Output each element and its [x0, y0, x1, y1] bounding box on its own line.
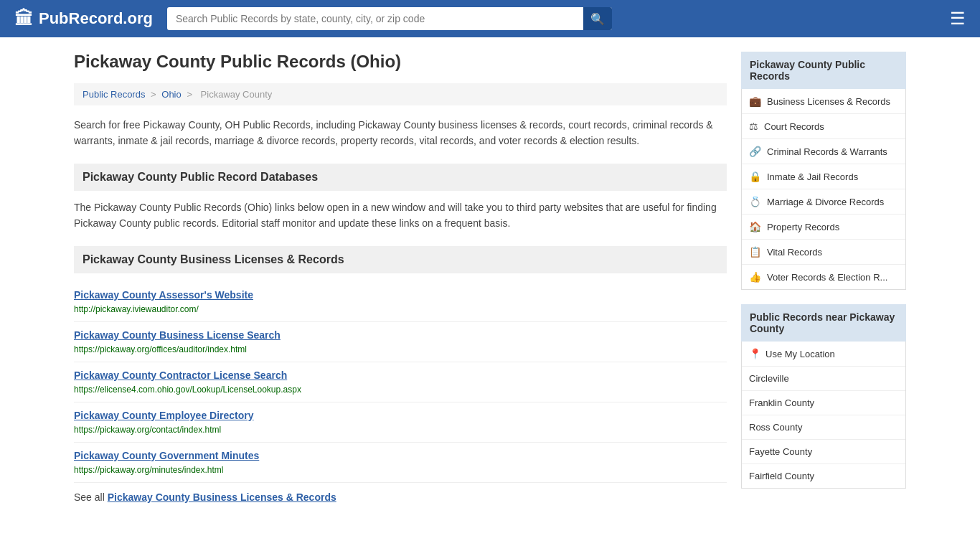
sidebar: Pickaway County Public Records 💼Business…: [741, 52, 906, 503]
record-link-url-0: http://pickaway.iviewauditor.com/: [74, 304, 199, 314]
logo-text: PubRecord.org: [39, 9, 153, 28]
sidebar-record-item-3[interactable]: 🔒Inmate & Jail Records: [742, 164, 905, 189]
record-link-title-4[interactable]: Pickaway County Government Minutes: [74, 450, 727, 461]
sidebar-record-label-1: Court Records: [764, 121, 824, 132]
header: 🏛 PubRecord.org 🔍 ☰: [0, 0, 980, 37]
record-link-title-3[interactable]: Pickaway County Employee Directory: [74, 410, 727, 421]
sidebar-records-header: Pickaway County Public Records: [741, 52, 906, 89]
sidebar-record-label-5: Property Records: [767, 222, 839, 232]
sidebar-record-item-2[interactable]: 🔗Criminal Records & Warrants: [742, 139, 905, 164]
page-title: Pickaway County Public Records (Ohio): [74, 52, 727, 72]
breadcrumb-ohio[interactable]: Ohio: [161, 89, 181, 100]
see-all-prefix: See all: [74, 491, 108, 503]
sidebar-record-icon-1: ⚖: [749, 121, 758, 132]
logo-icon: 🏛: [14, 8, 33, 30]
sidebar-nearby-section: Public Records near Pickaway County 📍Use…: [741, 304, 906, 489]
sidebar-record-icon-0: 💼: [749, 95, 761, 107]
record-link-url-1: https://pickaway.org/offices/auditor/ind…: [74, 344, 247, 354]
record-link-title-0[interactable]: Pickaway County Assessor's Website: [74, 289, 727, 301]
breadcrumb: Public Records > Ohio > Pickaway County: [74, 83, 727, 105]
sidebar-record-item-1[interactable]: ⚖Court Records: [742, 114, 905, 139]
links-list: Pickaway County Assessor's Website http:…: [74, 282, 727, 483]
sidebar-record-label-4: Marriage & Divorce Records: [767, 197, 884, 207]
sidebar-record-icon-5: 🏠: [749, 221, 761, 232]
main-container: Pickaway County Public Records (Ohio) Pu…: [60, 37, 920, 517]
sidebar-record-item-0[interactable]: 💼Business Licenses & Records: [742, 89, 905, 114]
sidebar-nearby-item-1[interactable]: Circleville: [742, 367, 905, 391]
see-all-line: See all Pickaway County Business License…: [74, 491, 727, 503]
breadcrumb-sep2: >: [187, 89, 194, 100]
databases-section-header: Pickaway County Public Record Databases: [74, 164, 727, 191]
location-icon: 📍: [749, 348, 761, 359]
sidebar-record-icon-6: 📋: [749, 246, 761, 258]
sidebar-nearby-list: 📍Use My LocationCirclevilleFranklin Coun…: [741, 342, 906, 489]
record-link-item: Pickaway County Contractor License Searc…: [74, 362, 727, 402]
search-button[interactable]: 🔍: [583, 7, 612, 30]
see-all-link[interactable]: Pickaway County Business Licenses & Reco…: [108, 491, 336, 503]
sidebar-record-icon-3: 🔒: [749, 171, 761, 182]
sidebar-record-icon-7: 👍: [749, 271, 761, 283]
business-section-header: Pickaway County Business Licenses & Reco…: [74, 246, 727, 273]
breadcrumb-pickaway: Pickaway County: [201, 89, 273, 100]
sidebar-record-item-6[interactable]: 📋Vital Records: [742, 240, 905, 265]
sidebar-record-item-4[interactable]: 💍Marriage & Divorce Records: [742, 189, 905, 215]
sidebar-nearby-item-0[interactable]: 📍Use My Location: [742, 342, 905, 367]
sidebar-nearby-item-4[interactable]: Fayette County: [742, 440, 905, 464]
sidebar-record-label-3: Inmate & Jail Records: [767, 171, 858, 182]
sidebar-records-list: 💼Business Licenses & Records⚖Court Recor…: [741, 89, 906, 290]
sidebar-nearby-header: Public Records near Pickaway County: [741, 304, 906, 342]
record-link-title-2[interactable]: Pickaway County Contractor License Searc…: [74, 369, 727, 381]
sidebar-record-icon-4: 💍: [749, 196, 761, 207]
breadcrumb-sep1: >: [151, 89, 159, 100]
search-input[interactable]: [167, 7, 612, 30]
sidebar-record-icon-2: 🔗: [749, 146, 761, 157]
record-link-item: Pickaway County Business License Search …: [74, 322, 727, 362]
sidebar-record-label-7: Voter Records & Election R...: [767, 272, 887, 283]
sidebar-record-label-6: Vital Records: [767, 247, 822, 258]
use-location-label: Use My Location: [765, 349, 835, 359]
record-link-url-4: https://pickaway.org/minutes/index.html: [74, 465, 224, 475]
sidebar-records-section: Pickaway County Public Records 💼Business…: [741, 52, 906, 290]
sidebar-nearby-item-2[interactable]: Franklin County: [742, 391, 905, 415]
intro-text: Search for free Pickaway County, OH Publ…: [74, 117, 727, 149]
record-link-item: Pickaway County Government Minutes https…: [74, 443, 727, 483]
logo[interactable]: 🏛 PubRecord.org: [14, 8, 153, 30]
sidebar-nearby-item-5[interactable]: Fairfield County: [742, 464, 905, 488]
menu-button[interactable]: ☰: [950, 9, 966, 29]
sidebar-record-label-0: Business Licenses & Records: [767, 96, 890, 107]
search-area: 🔍: [167, 7, 612, 30]
record-link-url-2: https://elicense4.com.ohio.gov/Lookup/Li…: [74, 385, 301, 395]
breadcrumb-public-records[interactable]: Public Records: [83, 89, 145, 100]
sidebar-nearby-item-3[interactable]: Ross County: [742, 415, 905, 440]
sidebar-record-label-2: Criminal Records & Warrants: [767, 146, 887, 157]
record-link-item: Pickaway County Employee Directory https…: [74, 402, 727, 443]
record-link-url-3: https://pickaway.org/contact/index.html: [74, 425, 221, 435]
content-area: Pickaway County Public Records (Ohio) Pu…: [74, 52, 727, 503]
sidebar-record-item-5[interactable]: 🏠Property Records: [742, 215, 905, 240]
record-link-title-1[interactable]: Pickaway County Business License Search: [74, 329, 727, 341]
databases-description: The Pickaway County Public Records (Ohio…: [74, 199, 727, 232]
record-link-item: Pickaway County Assessor's Website http:…: [74, 282, 727, 322]
sidebar-record-item-7[interactable]: 👍Voter Records & Election R...: [742, 265, 905, 289]
